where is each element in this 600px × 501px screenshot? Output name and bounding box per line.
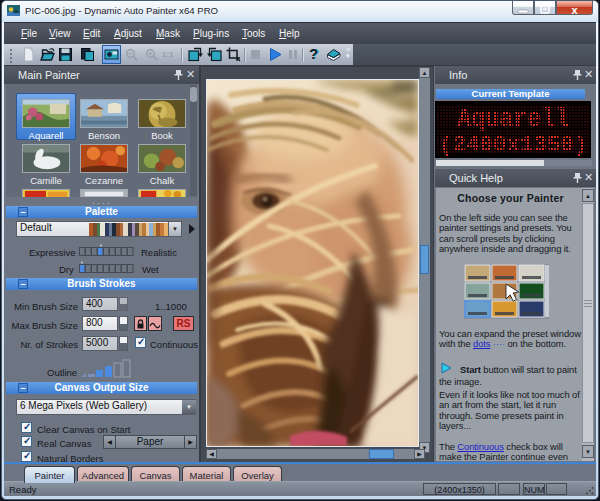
svg-text:x: x: [571, 4, 578, 16]
svg-text:(2400x1350): (2400x1350): [439, 133, 587, 158]
